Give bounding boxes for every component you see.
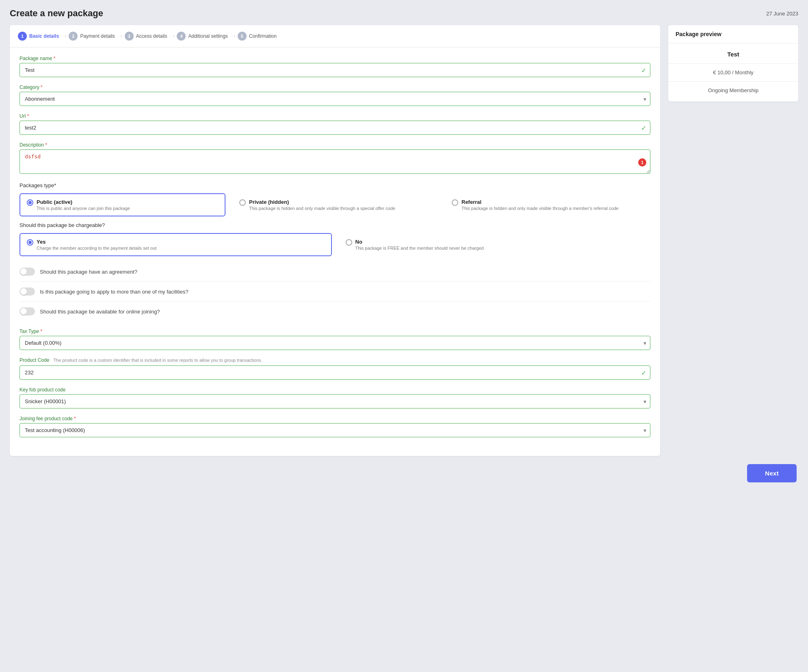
radio-private-title: Private (hidden) bbox=[249, 199, 395, 205]
url-check-icon: ✓ bbox=[641, 124, 646, 132]
package-name-group: Package name * ✓ bbox=[19, 56, 650, 77]
step-2[interactable]: 2 Payment details bbox=[69, 31, 118, 41]
page-title: Create a new package bbox=[10, 8, 103, 19]
packages-type-private[interactable]: Private (hidden) This package is hidden … bbox=[232, 193, 438, 216]
radio-referral-dot bbox=[452, 199, 458, 206]
key-fob-group: Key fob product code Snicker (H00001) No… bbox=[19, 387, 650, 408]
toggle-facilities-label: Is this package going to apply to more t… bbox=[40, 289, 188, 295]
category-label: Category * bbox=[19, 84, 650, 90]
radio-private-dot bbox=[239, 199, 246, 206]
category-select-wrap: Abonnement ▾ bbox=[19, 92, 650, 106]
category-select[interactable]: Abonnement bbox=[19, 92, 650, 106]
toggle-online-row: Should this package be available for onl… bbox=[19, 302, 650, 321]
packages-type-options: Public (active) This is public and anyon… bbox=[19, 193, 650, 216]
step-5-circle: 5 bbox=[238, 32, 247, 41]
main-layout: 1 Basic details › 2 Payment details › 3 … bbox=[10, 25, 798, 456]
toggle-facilities[interactable] bbox=[19, 287, 35, 296]
step-1[interactable]: 1 Basic details bbox=[18, 31, 62, 41]
toggle-agreement-label: Should this package have an agreement? bbox=[40, 269, 137, 275]
product-code-group: Product Code The product code is a custo… bbox=[19, 357, 650, 380]
step-sep-4: › bbox=[234, 33, 235, 39]
step-sep-1: › bbox=[65, 33, 66, 39]
joining-fee-select[interactable]: Test accounting (H00006) None bbox=[19, 423, 650, 437]
toggle-online[interactable] bbox=[19, 307, 35, 315]
product-code-check-icon: ✓ bbox=[641, 369, 646, 376]
radio-no-dot bbox=[346, 239, 352, 246]
package-name-check-icon: ✓ bbox=[641, 66, 646, 74]
step-1-circle: 1 bbox=[18, 32, 27, 41]
description-group: Description * dsfsd 1 bbox=[19, 142, 650, 175]
description-label: Description * bbox=[19, 142, 650, 148]
step-3-circle: 3 bbox=[125, 32, 134, 41]
toggle-agreement[interactable] bbox=[19, 268, 35, 276]
step-5[interactable]: 5 Confirmation bbox=[238, 31, 280, 41]
radio-referral-text: Referral This package is hidden and only… bbox=[461, 199, 619, 211]
step-4[interactable]: 4 Additional settings bbox=[177, 31, 231, 41]
package-name-input[interactable] bbox=[19, 63, 650, 77]
description-input-wrap: dsfsd 1 bbox=[19, 149, 650, 175]
url-input[interactable] bbox=[19, 121, 650, 135]
chargeable-no[interactable]: No This package is FREE and the member s… bbox=[338, 233, 651, 256]
form-body: Package name * ✓ Category * Abonnement ▾ bbox=[10, 48, 660, 456]
preview-header: Package preview bbox=[668, 25, 798, 43]
step-sep-3: › bbox=[173, 33, 174, 39]
category-group: Category * Abonnement ▾ bbox=[19, 84, 650, 106]
tax-type-label: Tax Type * bbox=[19, 328, 650, 334]
radio-yes-title: Yes bbox=[37, 239, 156, 245]
description-textarea[interactable]: dsfsd bbox=[19, 149, 650, 174]
radio-no-text: No This package is FREE and the member s… bbox=[355, 239, 484, 251]
toggle-online-label: Should this package be available for onl… bbox=[40, 309, 160, 315]
step-3[interactable]: 3 Access details bbox=[125, 31, 171, 41]
product-code-label-row: Product Code The product code is a custo… bbox=[19, 357, 650, 363]
radio-referral-title: Referral bbox=[461, 199, 619, 205]
product-code-input-wrap: ✓ bbox=[19, 365, 650, 380]
step-4-circle: 4 bbox=[177, 32, 186, 41]
steps-bar: 1 Basic details › 2 Payment details › 3 … bbox=[10, 25, 660, 48]
product-code-label: Product Code bbox=[19, 357, 49, 363]
chargeable-options: Yes Charge the member according to the p… bbox=[19, 233, 650, 256]
radio-yes-dot bbox=[27, 239, 33, 246]
tax-type-select[interactable]: Default (0.00%) Standard (21%) Reduced (… bbox=[19, 336, 650, 350]
joining-fee-select-wrap: Test accounting (H00006) None ▾ bbox=[19, 423, 650, 437]
next-button[interactable]: Next bbox=[747, 464, 797, 482]
step-5-label: Confirmation bbox=[249, 33, 277, 39]
step-1-label: Basic details bbox=[29, 33, 59, 39]
step-4-label: Additional settings bbox=[188, 33, 227, 39]
url-label: Url * bbox=[19, 113, 650, 119]
package-name-label: Package name * bbox=[19, 56, 650, 61]
key-fob-select-wrap: Snicker (H00001) None ▾ bbox=[19, 394, 650, 408]
radio-yes-text: Yes Charge the member according to the p… bbox=[37, 239, 156, 251]
product-code-input[interactable] bbox=[19, 365, 650, 380]
radio-private-sub: This package is hidden and only made vis… bbox=[249, 206, 395, 211]
key-fob-label: Key fob product code bbox=[19, 387, 650, 393]
radio-public-text: Public (active) This is public and anyon… bbox=[37, 199, 130, 211]
preview-price: € 10,00 / Monthly bbox=[668, 64, 798, 82]
url-input-wrap: ✓ bbox=[19, 121, 650, 135]
chargeable-yes[interactable]: Yes Charge the member according to the p… bbox=[19, 233, 332, 256]
packages-type-referral[interactable]: Referral This package is hidden and only… bbox=[444, 193, 650, 216]
key-fob-select[interactable]: Snicker (H00001) None bbox=[19, 394, 650, 408]
bottom-bar: Next bbox=[10, 464, 798, 482]
chargeable-group: Should this package be chargeable? Yes C… bbox=[19, 222, 650, 256]
radio-private-text: Private (hidden) This package is hidden … bbox=[249, 199, 395, 211]
package-name-input-wrap: ✓ bbox=[19, 63, 650, 77]
preview-type: Ongoing Membership bbox=[668, 82, 798, 102]
packages-type-group: Packages type* Public (active) This is p… bbox=[19, 182, 650, 216]
radio-public-sub: This is public and anyone can join this … bbox=[37, 206, 130, 211]
step-2-circle: 2 bbox=[69, 32, 78, 41]
packages-type-public[interactable]: Public (active) This is public and anyon… bbox=[19, 193, 225, 216]
joining-fee-label: Joining fee product code * bbox=[19, 416, 650, 421]
joining-fee-group: Joining fee product code * Test accounti… bbox=[19, 416, 650, 437]
preview-package-name: Test bbox=[668, 43, 798, 64]
step-2-label: Payment details bbox=[80, 33, 115, 39]
tax-type-select-wrap: Default (0.00%) Standard (21%) Reduced (… bbox=[19, 336, 650, 350]
chargeable-label: Should this package be chargeable? bbox=[19, 222, 650, 228]
product-code-note: The product code is a custom identifier … bbox=[53, 358, 262, 363]
packages-type-label: Packages type* bbox=[19, 182, 650, 188]
radio-no-sub: This package is FREE and the member shou… bbox=[355, 246, 484, 251]
tax-type-group: Tax Type * Default (0.00%) Standard (21%… bbox=[19, 328, 650, 350]
step-3-label: Access details bbox=[136, 33, 167, 39]
url-group: Url * ✓ bbox=[19, 113, 650, 135]
radio-public-dot bbox=[27, 199, 33, 206]
preview-card: Package preview Test € 10,00 / Monthly O… bbox=[668, 25, 798, 102]
